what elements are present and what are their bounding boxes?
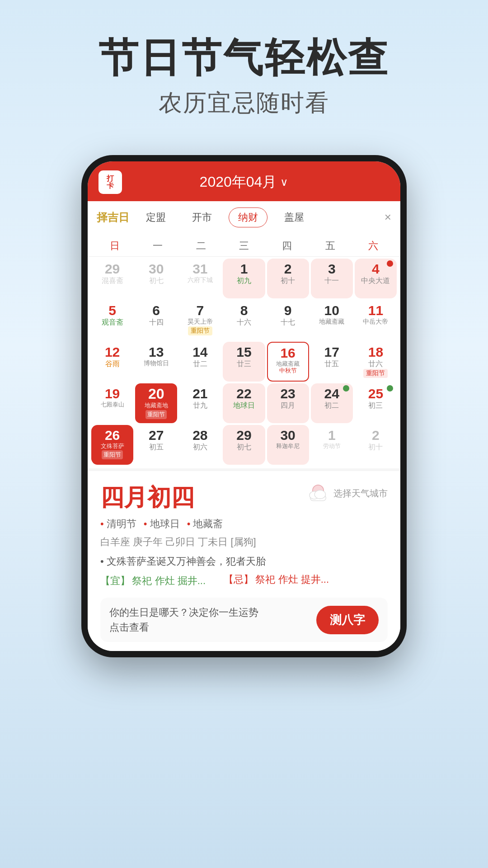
badge-dot-green	[343, 385, 349, 392]
day-num: 30	[280, 428, 295, 443]
day-sub: 廿五	[324, 359, 339, 368]
day-num: 28	[192, 428, 207, 443]
cal-day-apr14[interactable]: 14 廿二	[179, 342, 221, 382]
cal-day-mar30[interactable]: 30 初七	[135, 259, 177, 298]
cal-day-apr21[interactable]: 21 廿九	[179, 383, 221, 423]
detail-tag-diqiu: 地球日	[144, 517, 180, 531]
cal-day-apr26[interactable]: 26 文殊菩萨 重阳节	[91, 425, 133, 465]
cal-day-apr19[interactable]: 19 七殿泰山	[91, 383, 133, 423]
filter-close-btn[interactable]: ×	[385, 210, 391, 224]
yi-section: 【宜】 祭祀 作灶 掘井...	[100, 573, 206, 589]
filter-tag-dingmeng[interactable]: 定盟	[136, 208, 175, 227]
cal-day-apr1[interactable]: 1 初九	[223, 259, 265, 298]
hero-subtitle: 农历宜忌随时看	[18, 87, 470, 119]
cal-day-apr5[interactable]: 5 观音斋	[91, 300, 133, 340]
detail-weather[interactable]: 选择天气城市	[306, 482, 388, 505]
detail-footer: 你的生日是哪天？决定你一生运势 点击查看 测八字	[100, 598, 388, 642]
weather-city-label[interactable]: 选择天气城市	[333, 487, 388, 500]
detail-date-title: 四月初四	[100, 482, 223, 514]
badge-line2: 卡	[107, 182, 114, 189]
day-header-thu: 四	[266, 237, 309, 255]
day-sub: 博物馆日	[144, 359, 169, 367]
filter-tag-nacai[interactable]: 纳财	[229, 208, 267, 227]
month-title[interactable]: 2020年04月 ∨	[200, 172, 289, 192]
cal-day-apr29[interactable]: 29 初七	[223, 425, 265, 465]
day-sub: 初二	[324, 401, 339, 410]
day-tag: 重阳节	[363, 369, 388, 378]
cal-day-apr8[interactable]: 8 十六	[223, 300, 265, 340]
day-num: 27	[149, 428, 164, 443]
month-label: 2020年04月	[200, 172, 277, 192]
cal-day-mar31[interactable]: 31 六府下城	[179, 259, 221, 298]
cal-day-apr10[interactable]: 10 地藏斋藏	[311, 300, 353, 340]
day-sub: 中央大道	[361, 276, 390, 285]
cal-day-apr4[interactable]: 4 中央大道	[355, 259, 397, 298]
filter-label: 择吉日	[97, 210, 129, 225]
ji-label: 【忌】	[224, 574, 253, 585]
cal-day-apr23[interactable]: 23 四月	[267, 383, 309, 423]
cal-day-apr24[interactable]: 24 初二	[311, 383, 353, 423]
day-header-sat: 六	[352, 237, 395, 255]
day-sub: 十六	[237, 318, 251, 326]
day-sub: 释迦牟尼	[276, 443, 300, 450]
filter-tag-kaishi[interactable]: 开市	[183, 208, 221, 227]
cal-day-apr20[interactable]: 20 地藏斋地 重阳节	[135, 383, 177, 423]
cal-day-apr6[interactable]: 6 十四	[135, 300, 177, 340]
day-num: 20	[148, 386, 164, 402]
day-header-mon: 一	[136, 237, 179, 255]
calendar-header: 打 卡 2020年04月 ∨	[88, 161, 400, 201]
day-sub: 谷雨	[105, 359, 120, 368]
day-sub: 十七	[281, 318, 295, 326]
day-sub: 劳动节	[323, 443, 341, 450]
cal-day-apr9[interactable]: 9 十七	[267, 300, 309, 340]
day-sub: 昊天上帝	[188, 318, 213, 326]
footer-text: 你的生日是哪天？决定你一生运势 点击查看	[109, 605, 258, 635]
day-num: 21	[192, 386, 207, 401]
cal-day-apr22[interactable]: 22 地球日	[223, 383, 265, 423]
day-tag: 重阳节	[188, 326, 212, 335]
day-num: 23	[280, 386, 295, 401]
day-sub: 地藏斋地	[145, 402, 168, 409]
day-sub: 十四	[149, 318, 164, 326]
cal-day-apr2[interactable]: 2 初十	[267, 259, 309, 298]
cal-day-apr25[interactable]: 25 初三	[355, 383, 397, 423]
cal-day-apr16[interactable]: 16 地藏斋藏 中秋节	[267, 342, 309, 382]
day-sub: 观音斋	[102, 318, 123, 326]
day-header-tue: 二	[179, 237, 222, 255]
checkin-badge[interactable]: 打 卡	[99, 170, 122, 194]
cal-day-may2[interactable]: 2 初十	[355, 425, 397, 465]
day-sub: 廿九	[193, 401, 207, 410]
cal-day-apr30[interactable]: 30 释迦牟尼	[267, 425, 309, 465]
cal-day-apr11[interactable]: 11 中岳大帝	[355, 300, 397, 340]
cal-day-apr28[interactable]: 28 初六	[179, 425, 221, 465]
ba-zi-button[interactable]: 测八字	[316, 606, 379, 634]
day-num: 29	[236, 428, 251, 443]
cal-day-may1[interactable]: 1 劳动节	[311, 425, 353, 465]
day-sub: 廿三	[237, 359, 251, 368]
cal-day-apr15[interactable]: 15 廿三	[223, 342, 265, 382]
cal-day-apr7[interactable]: 7 昊天上帝 重阳节	[179, 300, 221, 340]
cal-day-apr17[interactable]: 17 廿五	[311, 342, 353, 382]
day-num: 3	[328, 261, 336, 276]
cal-day-apr27[interactable]: 27 初五	[135, 425, 177, 465]
phone-frame: 打 卡 2020年04月 ∨ 择吉日 定盟 开市 纳财 盖屋 × 日	[81, 155, 407, 657]
phone-wrapper: 打 卡 2020年04月 ∨ 择吉日 定盟 开市 纳财 盖屋 × 日	[0, 155, 488, 657]
day-num: 11	[368, 303, 383, 318]
badge-dot-green2	[387, 385, 393, 392]
day-sub: 廿六	[368, 359, 383, 368]
filter-tag-gaiwu[interactable]: 盖屋	[275, 208, 314, 227]
day-num: 2	[284, 261, 292, 276]
day-sub: 初三	[368, 401, 383, 410]
day-num: 8	[240, 303, 248, 318]
day-tag: 重阳节	[102, 450, 123, 459]
day-headers: 日 一 二 三 四 五 六	[88, 234, 400, 257]
cal-day-apr18[interactable]: 18 廿六 重阳节	[355, 342, 397, 382]
cal-day-apr13[interactable]: 13 博物馆日	[135, 342, 177, 382]
yi-ji-row: 【宜】 祭祀 作灶 掘井... 【忌】 祭祀 作灶 提井...	[100, 573, 388, 589]
day-sub: 混喜斋	[102, 276, 123, 285]
day-num: 15	[236, 344, 251, 359]
day-num: 29	[105, 261, 120, 276]
cal-day-apr12[interactable]: 12 谷雨	[91, 342, 133, 382]
cal-day-apr3[interactable]: 3 十一	[311, 259, 353, 298]
cal-day-mar29[interactable]: 29 混喜斋	[91, 259, 133, 298]
